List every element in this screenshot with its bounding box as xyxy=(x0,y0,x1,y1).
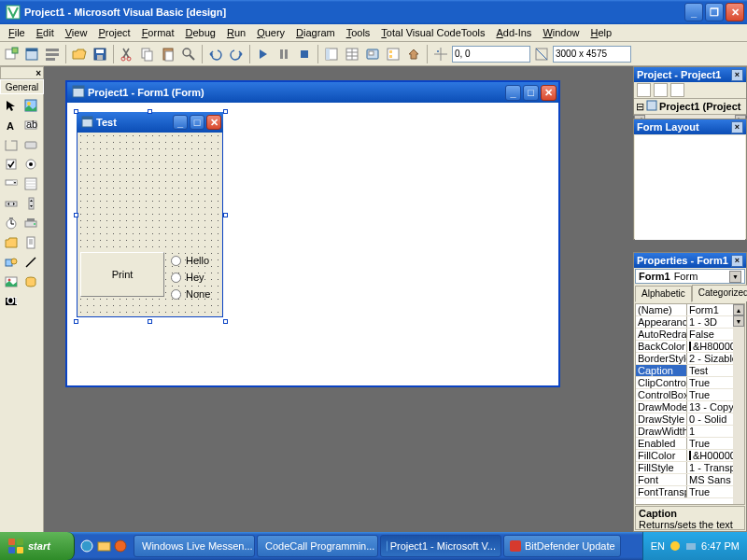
prop-row[interactable]: (Name)Form1 xyxy=(636,304,744,316)
properties-grid[interactable]: (Name)Form1Appearance1 - 3DAutoRedrawFal… xyxy=(635,303,745,505)
minimize-button[interactable]: _ xyxy=(684,3,703,21)
design-form[interactable]: Test _ □ ✕ Print HelloHeyNone xyxy=(77,112,223,319)
form-layout-button[interactable] xyxy=(363,45,382,63)
shape-tool[interactable] xyxy=(2,253,21,272)
view-object-button[interactable] xyxy=(654,83,668,97)
undo-button[interactable] xyxy=(206,45,225,63)
design-form-body[interactable]: Print HelloHeyNone xyxy=(77,133,223,317)
prop-row[interactable]: DrawWidth1 xyxy=(636,426,744,438)
image-tool[interactable] xyxy=(2,273,21,291)
cut-button[interactable] xyxy=(118,45,136,63)
menu-query[interactable]: Query xyxy=(251,25,290,40)
taskbar-task[interactable]: Project1 - Microsoft V... xyxy=(380,535,501,557)
restore-button[interactable]: ❐ xyxy=(705,3,724,21)
ql-firefox-icon[interactable] xyxy=(114,539,128,553)
prop-row[interactable]: ClipControlsTrue xyxy=(636,377,744,389)
radio-hey[interactable]: Hey xyxy=(171,269,210,286)
prop-row[interactable]: AutoRedrawFalse xyxy=(636,329,744,341)
filelistbox-tool[interactable] xyxy=(21,233,40,252)
language-indicator[interactable]: EN xyxy=(651,540,665,552)
properties-titlebar[interactable]: Properties - Form1× xyxy=(634,253,746,268)
prop-row[interactable]: CaptionTest xyxy=(636,365,744,377)
picturebox-tool[interactable] xyxy=(21,96,40,115)
find-button[interactable] xyxy=(179,45,198,63)
commandbutton-tool[interactable] xyxy=(21,135,40,154)
view-code-button[interactable] xyxy=(637,83,651,97)
system-tray[interactable]: EN 6:47 PM xyxy=(642,532,747,560)
layout-panel-close-icon[interactable]: × xyxy=(731,121,743,133)
menu-debug[interactable]: Debug xyxy=(179,25,220,40)
prop-row[interactable]: Appearance1 - 3D xyxy=(636,316,744,329)
hscrollbar-tool[interactable] xyxy=(2,194,21,213)
taskbar-task[interactable]: BitDefender Update xyxy=(503,535,621,557)
tree-expand-icon[interactable]: ⊟ xyxy=(636,101,644,113)
layout-panel-titlebar[interactable]: Form Layout× xyxy=(634,119,746,134)
copy-button[interactable] xyxy=(138,45,157,63)
prop-row[interactable]: DrawStyle0 - Solid xyxy=(636,413,744,426)
mdi-titlebar[interactable]: Project1 - Form1 (Form) _ □ ✕ xyxy=(67,82,558,103)
properties-window-button[interactable] xyxy=(343,45,361,63)
mdi-minimize-button[interactable]: _ xyxy=(505,85,521,101)
layout-preview[interactable] xyxy=(635,135,745,240)
textbox-tool[interactable]: ab| xyxy=(21,116,40,134)
prop-row[interactable]: BackColor&H8000000 xyxy=(636,341,744,353)
dropdown-icon[interactable]: ▼ xyxy=(729,271,741,283)
menu-tools[interactable]: Tools xyxy=(341,25,376,40)
combobox-tool[interactable] xyxy=(2,175,21,193)
menu-add-ins[interactable]: Add-Ins xyxy=(490,25,537,40)
toggle-folders-button[interactable] xyxy=(670,83,684,97)
close-button[interactable]: ✕ xyxy=(726,3,744,21)
properties-close-icon[interactable]: × xyxy=(731,255,743,267)
menu-diagram[interactable]: Diagram xyxy=(290,25,341,40)
label-tool[interactable]: A xyxy=(2,116,21,134)
ql-ie-icon[interactable] xyxy=(80,539,94,553)
optionbutton-tool[interactable] xyxy=(21,155,40,174)
toolbox-tab-general[interactable]: General xyxy=(0,79,44,94)
project-panel-titlebar[interactable]: Project - Project1× xyxy=(634,67,746,82)
checkbox-tool[interactable] xyxy=(2,155,21,174)
prop-row[interactable]: EnabledTrue xyxy=(636,438,744,450)
add-form-button[interactable] xyxy=(22,45,41,63)
toolbox-button[interactable] xyxy=(404,45,423,63)
toolbox-close-icon[interactable]: × xyxy=(35,68,41,78)
prop-row[interactable]: BorderStyle2 - Sizable xyxy=(636,353,744,365)
prop-row[interactable]: FillColor&H0000000 xyxy=(636,450,744,462)
toolbox-titlebar[interactable]: × xyxy=(0,66,44,79)
prop-row[interactable]: DrawMode13 - Copy Pen xyxy=(636,401,744,413)
break-button[interactable] xyxy=(275,45,293,63)
mdi-maximize-button[interactable]: □ xyxy=(523,85,539,101)
start-button[interactable] xyxy=(254,45,273,63)
tray-icon-1[interactable] xyxy=(669,540,681,552)
project-explorer-button[interactable] xyxy=(322,45,341,63)
object-browser-button[interactable] xyxy=(384,45,402,63)
ql-email-icon[interactable] xyxy=(97,539,111,553)
start-button[interactable]: start xyxy=(0,532,75,560)
menu-project[interactable]: Project xyxy=(92,25,135,40)
mdi-close-button[interactable]: ✕ xyxy=(541,85,557,101)
menu-help[interactable]: Help xyxy=(585,25,618,40)
dirlistbox-tool[interactable] xyxy=(2,233,21,252)
radio-hello[interactable]: Hello xyxy=(171,252,210,269)
properties-object-selector[interactable]: Form1 Form▼ xyxy=(635,269,745,284)
menu-editor-button[interactable] xyxy=(43,45,62,63)
prop-row[interactable]: FontMS Sans Serif xyxy=(636,474,744,486)
taskbar-task[interactable]: Windows Live Messen... xyxy=(134,535,255,557)
open-button[interactable] xyxy=(70,45,89,63)
listbox-tool[interactable] xyxy=(21,175,40,193)
clock[interactable]: 6:47 PM xyxy=(701,540,740,552)
tab-alphabetic[interactable]: Alphabetic xyxy=(635,286,692,302)
radio-none[interactable]: None xyxy=(171,286,210,302)
end-button[interactable] xyxy=(295,45,314,63)
project-tree[interactable]: ⊟ Project1 (Project xyxy=(634,99,746,114)
redo-button[interactable] xyxy=(227,45,246,63)
tray-icon-2[interactable] xyxy=(685,540,697,552)
project-node-label[interactable]: Project1 (Project xyxy=(659,101,740,112)
vscrollbar-tool[interactable] xyxy=(21,194,40,213)
menu-run[interactable]: Run xyxy=(221,25,251,40)
taskbar-task[interactable]: CodeCall Programmin... xyxy=(257,535,378,557)
menu-total-visual-codetools[interactable]: Total Visual CodeTools xyxy=(375,25,490,40)
menu-edit[interactable]: Edit xyxy=(31,25,60,40)
pointer-tool[interactable] xyxy=(2,96,21,115)
tab-categorized[interactable]: Categorized xyxy=(692,285,747,301)
properties-vscroll[interactable]: ▲▼ xyxy=(733,304,744,504)
